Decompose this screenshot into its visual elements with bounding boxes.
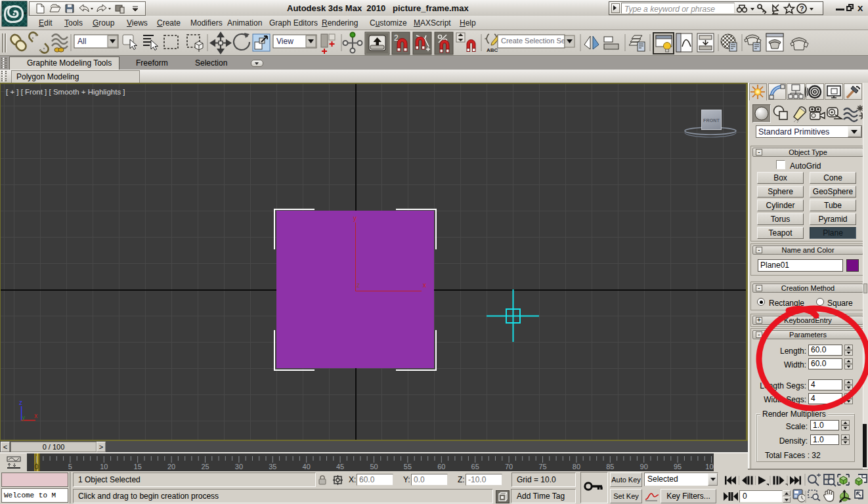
svg-text:z: z xyxy=(19,399,22,406)
svg-text:30: 30 xyxy=(235,463,243,471)
svg-text:50: 50 xyxy=(370,463,378,471)
svg-text:z: z xyxy=(357,282,360,289)
svg-text:60: 60 xyxy=(437,463,445,471)
svg-text:65: 65 xyxy=(471,463,479,471)
svg-text:45: 45 xyxy=(336,463,344,471)
svg-text:70: 70 xyxy=(505,463,513,471)
svg-text:?: ? xyxy=(800,5,804,12)
svg-text:20: 20 xyxy=(167,463,175,471)
svg-text:85: 85 xyxy=(606,463,614,471)
svg-text:95: 95 xyxy=(674,463,682,471)
svg-text:35: 35 xyxy=(269,463,276,471)
svg-text:y: y xyxy=(22,414,26,421)
svg-text:80: 80 xyxy=(573,463,580,471)
svg-text:90: 90 xyxy=(640,463,648,471)
svg-text:10: 10 xyxy=(100,463,108,471)
svg-text:100: 100 xyxy=(705,463,714,471)
svg-text:15: 15 xyxy=(134,463,142,471)
svg-text:View: View xyxy=(276,37,293,46)
svg-text:25: 25 xyxy=(201,463,209,471)
svg-text:ABC: ABC xyxy=(487,47,498,53)
svg-text:x: x xyxy=(423,282,426,289)
svg-text:0: 0 xyxy=(34,463,38,471)
svg-text:5: 5 xyxy=(68,463,72,471)
svg-text:Create Selection Se: Create Selection Se xyxy=(501,37,565,45)
svg-text:75: 75 xyxy=(538,463,546,471)
svg-text:40: 40 xyxy=(303,463,311,471)
svg-text:All: All xyxy=(77,37,86,46)
svg-text:55: 55 xyxy=(404,463,412,471)
svg-text:x: x xyxy=(34,412,37,419)
svg-text:y: y xyxy=(353,215,357,222)
